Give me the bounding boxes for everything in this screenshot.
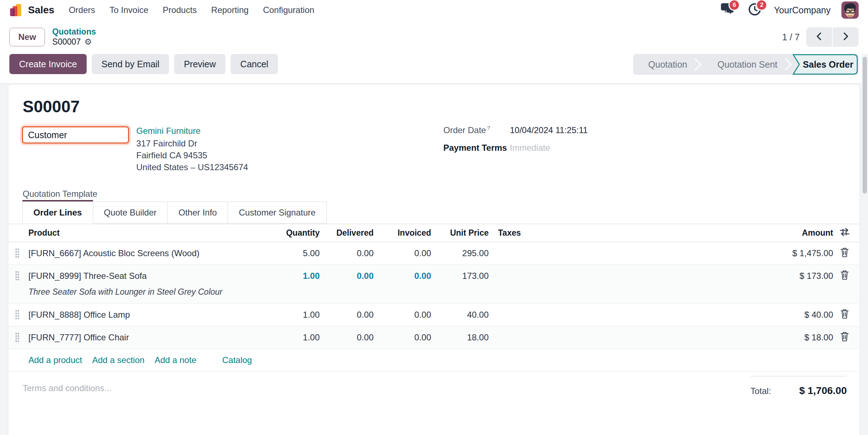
cell-invoiced: 0.00 — [374, 271, 431, 281]
main-menu: Orders To Invoice Products Reporting Con… — [69, 5, 314, 15]
drag-handle-icon[interactable] — [15, 248, 28, 259]
control-panel: Sales Orders To Invoice Products Reporti… — [0, 0, 868, 83]
add-a-note-link[interactable]: Add a note — [155, 355, 196, 365]
drag-handle-icon[interactable] — [15, 309, 28, 320]
menu-products[interactable]: Products — [163, 5, 197, 15]
app-name[interactable]: Sales — [28, 4, 54, 16]
status-bar: Quotation Quotation Sent Sales Order — [633, 54, 859, 75]
cell-amount: $ 40.00 — [643, 310, 833, 320]
menu-reporting[interactable]: Reporting — [211, 5, 248, 15]
total-value: $ 1,706.00 — [799, 385, 847, 397]
status-step-quotation-sent[interactable]: Quotation Sent — [702, 54, 792, 75]
cell-delivered[interactable]: 0.00 — [320, 310, 374, 320]
messages-button[interactable]: 6 — [719, 3, 736, 17]
chevron-right-icon — [842, 32, 850, 42]
delete-row-button[interactable] — [833, 270, 856, 282]
avatar[interactable] — [841, 1, 859, 19]
delete-row-button[interactable] — [833, 309, 856, 321]
messages-badge: 6 — [728, 0, 740, 11]
status-step-quotation[interactable]: Quotation — [633, 54, 702, 75]
catalog-link[interactable]: Catalog — [222, 355, 252, 365]
optional-columns-button[interactable] — [833, 228, 856, 239]
cell-product[interactable]: [FURN_6667] Acoustic Bloc Screens (Wood) — [28, 248, 259, 258]
delete-row-button[interactable] — [833, 247, 856, 259]
total-label: Total: — [750, 386, 771, 396]
partner-address-line: United States – US12345674 — [136, 161, 248, 173]
help-icon: ? — [487, 125, 490, 131]
partner-link[interactable]: Gemini Furniture — [136, 125, 248, 137]
order-line-row: [FURN_7777] Office Chair 1.00 0.00 0.00 … — [8, 326, 860, 349]
column-delivered: Delivered — [320, 228, 374, 238]
create-invoice-button[interactable]: Create Invoice — [9, 54, 87, 74]
cell-amount: $ 173.00 — [643, 271, 833, 281]
preview-button[interactable]: Preview — [174, 54, 225, 74]
column-unit-price: Unit Price — [431, 228, 489, 238]
add-a-section-link[interactable]: Add a section — [92, 355, 144, 365]
cell-quantity[interactable]: 1.00 — [259, 332, 320, 343]
cell-invoiced: 0.00 — [374, 310, 431, 320]
partner-address-line: Fairfield CA 94535 — [136, 149, 248, 161]
new-button[interactable]: New — [9, 28, 45, 46]
navbar-right: 6 2 YourCompany — [719, 1, 859, 19]
cancel-button[interactable]: Cancel — [230, 54, 278, 74]
cell-unit-price[interactable]: 40.00 — [431, 310, 489, 320]
cell-unit-price[interactable]: 295.00 — [431, 248, 489, 258]
cell-delivered[interactable]: 0.00 — [320, 271, 374, 281]
pager-next-button[interactable] — [833, 27, 859, 47]
order-date-value[interactable]: 10/04/2024 11:25:11 — [510, 125, 588, 135]
pager: 1 / 7 — [782, 27, 859, 47]
cell-unit-price[interactable]: 18.00 — [431, 332, 489, 343]
payment-terms-field[interactable]: Immediate — [510, 143, 550, 153]
cell-amount: $ 18.00 — [643, 332, 833, 343]
drag-handle-icon[interactable] — [15, 271, 28, 281]
drag-handle-icon[interactable] — [15, 332, 28, 343]
sliders-icon — [840, 228, 850, 239]
column-amount: Amount — [643, 228, 833, 238]
cell-unit-price[interactable]: 173.00 — [431, 271, 489, 281]
cell-delivered[interactable]: 0.00 — [320, 332, 374, 343]
order-info-fields: Order Date? 10/04/2024 11:25:11 Payment … — [443, 125, 588, 160]
tab-other-info[interactable]: Other Info — [167, 201, 228, 224]
add-a-product-link[interactable]: Add a product — [28, 355, 82, 365]
total-box: Total: $ 1,706.00 — [750, 376, 847, 397]
customer-field-highlighted[interactable]: Customer — [22, 126, 129, 144]
quotation-template-field[interactable]: Quotation Template — [23, 189, 97, 199]
chevron-separator-icon — [689, 58, 702, 71]
status-step-sales-order-active[interactable]: Sales Order — [792, 54, 859, 75]
breadcrumb-quotations[interactable]: Quotations — [52, 27, 96, 37]
cell-product[interactable]: [FURN_8999] Three-Seat Sofa — [28, 271, 259, 281]
activities-button[interactable]: 2 — [746, 3, 763, 17]
scrollbar-thumb[interactable] — [863, 57, 867, 194]
order-date-label: Order Date? — [443, 125, 510, 135]
cell-delivered[interactable]: 0.00 — [320, 248, 374, 258]
app-logo-icon[interactable] — [9, 3, 24, 17]
menu-orders[interactable]: Orders — [69, 5, 95, 15]
trash-icon — [840, 270, 849, 282]
delete-row-button[interactable] — [833, 331, 856, 344]
cell-product[interactable]: [FURN_8888] Office Lamp — [28, 310, 259, 320]
menu-to-invoice[interactable]: To Invoice — [110, 5, 149, 15]
column-quantity: Quantity — [259, 228, 320, 238]
cell-quantity[interactable]: 1.00 — [259, 271, 320, 281]
chevron-separator-icon — [780, 58, 792, 71]
line-action-links: Add a product Add a section Add a note C… — [8, 349, 860, 372]
line-description[interactable]: Three Seater Sofa with Lounger in Steel … — [8, 287, 860, 303]
partner-block: Gemini Furniture 317 Fairchild Dr Fairfi… — [136, 125, 248, 173]
cell-product[interactable]: [FURN_7777] Office Chair — [28, 332, 259, 343]
action-bar: Create Invoice Send by Email Preview Can… — [0, 54, 868, 83]
tab-order-lines[interactable]: Order Lines — [22, 200, 93, 224]
tab-customer-signature[interactable]: Customer Signature — [228, 201, 326, 224]
partner-address-line: 317 Fairchild Dr — [136, 137, 248, 149]
breadcrumb: Quotations S00007 ⚙ — [52, 27, 96, 47]
terms-and-conditions-field[interactable]: Terms and conditions... — [23, 383, 111, 393]
gear-icon[interactable]: ⚙ — [84, 38, 92, 46]
company-switcher[interactable]: YourCompany — [774, 5, 831, 15]
chevron-left-icon — [815, 32, 823, 42]
tab-quote-builder[interactable]: Quote Builder — [93, 201, 168, 224]
pager-previous-button[interactable] — [806, 27, 832, 47]
menu-configuration[interactable]: Configuration — [263, 5, 314, 15]
send-by-email-button[interactable]: Send by Email — [92, 54, 169, 74]
cell-quantity[interactable]: 1.00 — [259, 310, 320, 320]
order-line-row: [FURN_8999] Three-Seat Sofa 1.00 0.00 0.… — [8, 265, 860, 304]
cell-quantity[interactable]: 5.00 — [259, 248, 320, 258]
